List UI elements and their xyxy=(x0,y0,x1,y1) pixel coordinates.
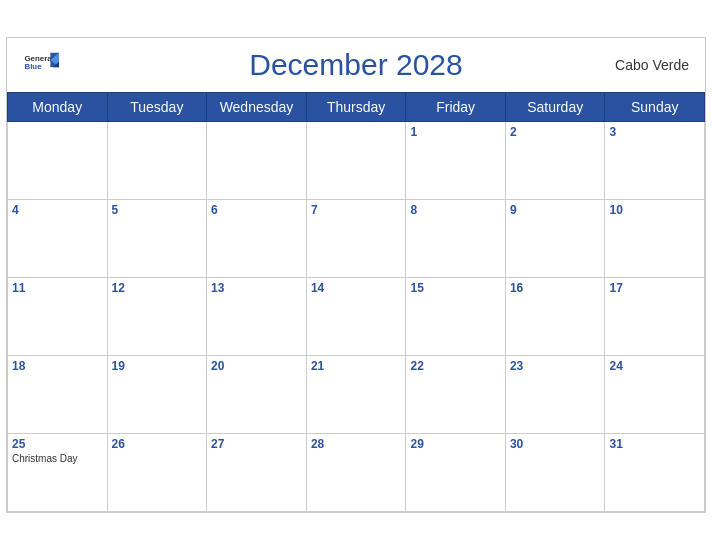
day-number: 3 xyxy=(609,125,700,139)
calendar-cell: 29 xyxy=(406,434,505,512)
calendar-cell: 13 xyxy=(207,278,307,356)
calendar-week-row-5: 25Christmas Day262728293031 xyxy=(8,434,705,512)
day-number: 6 xyxy=(211,203,302,217)
calendar-cell xyxy=(306,122,406,200)
day-number: 13 xyxy=(211,281,302,295)
calendar-cell: 17 xyxy=(605,278,705,356)
weekday-monday: Monday xyxy=(8,93,108,122)
calendar-container: General Blue December 2028 Cabo Verde Mo… xyxy=(6,37,706,513)
day-number: 30 xyxy=(510,437,601,451)
calendar-cell: 16 xyxy=(505,278,605,356)
calendar-header: General Blue December 2028 Cabo Verde xyxy=(7,38,705,92)
calendar-cell: 28 xyxy=(306,434,406,512)
calendar-cell: 20 xyxy=(207,356,307,434)
day-number: 8 xyxy=(410,203,500,217)
day-number: 22 xyxy=(410,359,500,373)
calendar-week-row-2: 45678910 xyxy=(8,200,705,278)
day-number: 27 xyxy=(211,437,302,451)
day-number: 15 xyxy=(410,281,500,295)
calendar-week-row-3: 11121314151617 xyxy=(8,278,705,356)
calendar-cell: 26 xyxy=(107,434,207,512)
event-label: Christmas Day xyxy=(12,453,103,464)
calendar-cell xyxy=(8,122,108,200)
weekday-sunday: Sunday xyxy=(605,93,705,122)
logo-area: General Blue xyxy=(23,51,59,79)
weekday-tuesday: Tuesday xyxy=(107,93,207,122)
day-number: 7 xyxy=(311,203,402,217)
calendar-cell: 4 xyxy=(8,200,108,278)
day-number: 29 xyxy=(410,437,500,451)
logo-icon: General Blue xyxy=(23,51,59,79)
weekday-wednesday: Wednesday xyxy=(207,93,307,122)
day-number: 25 xyxy=(12,437,103,451)
day-number: 11 xyxy=(12,281,103,295)
country-label: Cabo Verde xyxy=(615,57,689,73)
calendar-cell: 8 xyxy=(406,200,505,278)
weekday-header-row: Monday Tuesday Wednesday Thursday Friday… xyxy=(8,93,705,122)
svg-text:Blue: Blue xyxy=(24,62,42,71)
day-number: 17 xyxy=(609,281,700,295)
calendar-cell: 23 xyxy=(505,356,605,434)
calendar-week-row-1: 123 xyxy=(8,122,705,200)
day-number: 16 xyxy=(510,281,601,295)
calendar-cell xyxy=(107,122,207,200)
calendar-cell: 3 xyxy=(605,122,705,200)
weekday-thursday: Thursday xyxy=(306,93,406,122)
day-number: 2 xyxy=(510,125,601,139)
day-number: 18 xyxy=(12,359,103,373)
calendar-cell: 12 xyxy=(107,278,207,356)
calendar-cell: 31 xyxy=(605,434,705,512)
day-number: 20 xyxy=(211,359,302,373)
day-number: 5 xyxy=(112,203,203,217)
calendar-cell: 22 xyxy=(406,356,505,434)
calendar-cell xyxy=(207,122,307,200)
day-number: 28 xyxy=(311,437,402,451)
day-number: 1 xyxy=(410,125,500,139)
day-number: 10 xyxy=(609,203,700,217)
calendar-cell: 19 xyxy=(107,356,207,434)
calendar-cell: 21 xyxy=(306,356,406,434)
month-title: December 2028 xyxy=(249,48,462,82)
calendar-body: 1234567891011121314151617181920212223242… xyxy=(8,122,705,512)
day-number: 19 xyxy=(112,359,203,373)
calendar-cell: 15 xyxy=(406,278,505,356)
calendar-cell: 11 xyxy=(8,278,108,356)
calendar-cell: 25Christmas Day xyxy=(8,434,108,512)
day-number: 4 xyxy=(12,203,103,217)
calendar-cell: 5 xyxy=(107,200,207,278)
calendar-cell: 27 xyxy=(207,434,307,512)
calendar-cell: 24 xyxy=(605,356,705,434)
calendar-cell: 14 xyxy=(306,278,406,356)
day-number: 21 xyxy=(311,359,402,373)
calendar-cell: 6 xyxy=(207,200,307,278)
calendar-cell: 30 xyxy=(505,434,605,512)
weekday-friday: Friday xyxy=(406,93,505,122)
day-number: 14 xyxy=(311,281,402,295)
calendar-cell: 9 xyxy=(505,200,605,278)
day-number: 12 xyxy=(112,281,203,295)
calendar-cell: 10 xyxy=(605,200,705,278)
calendar-week-row-4: 18192021222324 xyxy=(8,356,705,434)
calendar-cell: 7 xyxy=(306,200,406,278)
day-number: 9 xyxy=(510,203,601,217)
calendar-cell: 1 xyxy=(406,122,505,200)
calendar-cell: 18 xyxy=(8,356,108,434)
calendar-table: Monday Tuesday Wednesday Thursday Friday… xyxy=(7,92,705,512)
weekday-saturday: Saturday xyxy=(505,93,605,122)
day-number: 26 xyxy=(112,437,203,451)
day-number: 23 xyxy=(510,359,601,373)
calendar-cell: 2 xyxy=(505,122,605,200)
day-number: 31 xyxy=(609,437,700,451)
day-number: 24 xyxy=(609,359,700,373)
